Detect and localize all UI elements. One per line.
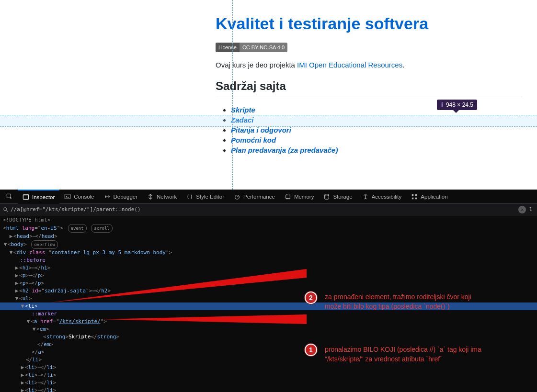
tree-row: <strong>Skripte</strong> xyxy=(0,333,537,341)
intro-text: Ovaj kurs je deo projekta IMI Open Educa… xyxy=(216,61,537,69)
tree-row: ▼<body> overflow xyxy=(0,240,537,249)
tree-row: <!DOCTYPE html> xyxy=(0,216,537,224)
tab-performance[interactable]: Performance xyxy=(229,190,280,204)
tree-row: ▶<h1>⋯</h1> xyxy=(0,264,537,272)
link-skripte[interactable]: Skripte xyxy=(231,106,255,114)
svg-line-13 xyxy=(7,210,8,212)
svg-rect-1 xyxy=(23,194,28,199)
svg-rect-10 xyxy=(412,197,414,199)
list-item: Pomoćni kod xyxy=(231,135,537,145)
clear-search-button[interactable]: ✕ xyxy=(518,206,526,213)
badge-left: License xyxy=(216,43,240,52)
tree-row: <html lang="en-US"> event scroll xyxy=(0,224,537,233)
link-pomocni[interactable]: Pomoćni kod xyxy=(231,136,276,144)
tree-row: ▶<li>⋯</li> xyxy=(0,379,537,387)
tree-row: ▼<a href="/kts/skripte/"> xyxy=(0,318,537,325)
license-badge: License CC BY-NC-SA 4.0 xyxy=(216,43,287,52)
badge-right: CC BY-NC-SA 4.0 xyxy=(240,43,287,52)
page-title: Kvalitet i testiranje softvera xyxy=(216,14,537,33)
tree-row: ▼<ul> xyxy=(0,295,537,302)
search-result-count: 1 xyxy=(529,206,534,213)
tree-row: ::before xyxy=(0,257,537,264)
svg-point-6 xyxy=(325,194,329,196)
pick-element-button[interactable] xyxy=(1,190,18,204)
tooltip-tag: li xyxy=(441,101,443,108)
search-icon xyxy=(3,207,9,213)
tree-row: </em> xyxy=(0,341,537,348)
svg-rect-8 xyxy=(412,194,414,196)
tree-row: ▶<p>⋯</p> xyxy=(0,280,537,287)
link-pitanja[interactable]: Pitanja i odgovori xyxy=(231,126,291,134)
tab-debugger[interactable]: Debugger xyxy=(99,190,143,204)
tab-application[interactable]: Application xyxy=(406,190,452,204)
list-item: Plan predavanja (za predavače) xyxy=(231,145,537,155)
tab-network[interactable]: Network xyxy=(142,190,182,204)
tab-style-editor[interactable]: Style Editor xyxy=(182,190,229,204)
tree-row-selected: ▼<li> xyxy=(0,302,537,310)
svg-rect-5 xyxy=(286,195,290,198)
inspector-search-bar: ✕ 1 xyxy=(0,204,537,215)
list-item: Zadaci xyxy=(231,115,537,125)
list-item: Skripte xyxy=(231,105,537,115)
devtools-tabbar: Inspector Console Debugger Network Style… xyxy=(0,190,537,204)
devtools-panel: Inspector Console Debugger Network Style… xyxy=(0,190,537,392)
tree-row: ▶<li>⋯</li> xyxy=(0,371,537,379)
tab-accessibility[interactable]: Accessibility xyxy=(357,190,407,204)
tree-row: ::marker xyxy=(0,310,537,318)
tree-row: ▶<p>⋯</p> xyxy=(0,272,537,280)
tab-console[interactable]: Console xyxy=(59,190,99,204)
search-input[interactable] xyxy=(11,206,515,213)
list-item: Pitanja i odgovori xyxy=(231,125,537,135)
dom-tree[interactable]: <!DOCTYPE html> <html lang="en-US"> even… xyxy=(0,215,537,392)
svg-rect-9 xyxy=(415,194,417,196)
tree-row: ▼<em> xyxy=(0,325,537,333)
tree-row: ▶<h2 id="sadržaj-sajta">⋯</h2> xyxy=(0,287,537,295)
tab-storage[interactable]: Storage xyxy=(319,190,357,204)
rendered-page: li 948 × 24.5 Kvalitet i testiranje soft… xyxy=(0,0,537,190)
nav-list: Skripte Zadaci Pitanja i odgovori Pomoćn… xyxy=(216,105,537,155)
tree-row: ▶<li>⋯</li> xyxy=(0,364,537,371)
tree-row: </li> xyxy=(0,356,537,364)
tree-row: </a> xyxy=(0,348,537,356)
svg-point-12 xyxy=(4,207,7,210)
tab-memory[interactable]: Memory xyxy=(280,190,319,204)
tree-row: ▶<li>⋯</li> xyxy=(0,387,537,392)
svg-point-7 xyxy=(365,194,366,195)
svg-rect-3 xyxy=(65,194,70,199)
section-heading: Sadržaj sajta xyxy=(216,79,522,97)
link-plan[interactable]: Plan predavanja (za predavače) xyxy=(231,146,338,154)
tab-inspector[interactable]: Inspector xyxy=(18,190,59,204)
tree-row: ▶<head>⋯</head> xyxy=(0,233,537,240)
tooltip-dims: 948 × 24.5 xyxy=(446,101,473,108)
svg-rect-11 xyxy=(415,197,417,199)
link-zadaci[interactable]: Zadaci xyxy=(231,116,254,124)
tree-row: ▼<div class="container-lg px-3 my-5 mark… xyxy=(0,249,537,257)
intro-link[interactable]: IMI Open Educational Resources xyxy=(297,61,402,69)
element-size-tooltip: li 948 × 24.5 xyxy=(437,100,477,110)
